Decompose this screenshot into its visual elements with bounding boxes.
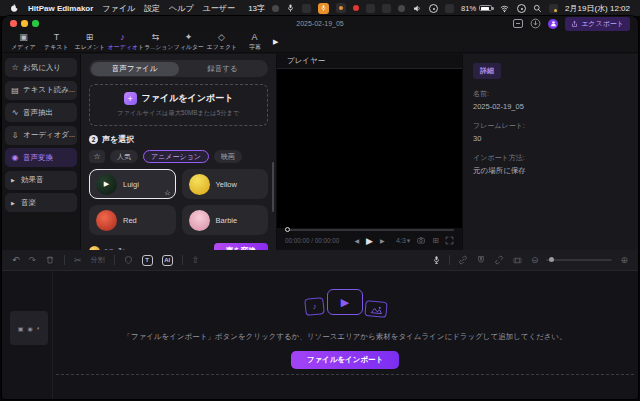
voice-card-yellow[interactable]: Yellow: [182, 169, 269, 199]
feedback-icon[interactable]: [513, 19, 523, 28]
close-window-button[interactable]: [10, 20, 17, 27]
transition-icon: ⇆: [152, 33, 160, 42]
sidebar-item-favorites[interactable]: ☆お気に入り: [5, 58, 77, 77]
zoom-in-icon[interactable]: ⊕: [620, 256, 628, 265]
zoom-window-button[interactable]: [32, 20, 39, 27]
voice-card-barbie[interactable]: Barbie: [182, 205, 269, 235]
volume-icon[interactable]: [412, 4, 422, 13]
zoom-out-icon[interactable]: ⊖: [531, 256, 539, 265]
timeline-zoom-slider[interactable]: [546, 259, 612, 261]
apple-menu-icon[interactable]: [10, 3, 19, 13]
tab-elements[interactable]: ⊞エレメント: [73, 33, 106, 50]
add-text-icon[interactable]: T: [142, 255, 153, 266]
tab-filter[interactable]: ✦フィルター: [172, 33, 205, 50]
undo-icon[interactable]: ↶: [12, 256, 20, 265]
step-label: 声を選択: [102, 134, 134, 145]
sidebar-item-voice-changer[interactable]: ◉音声変換: [5, 148, 77, 167]
screen-record-icon[interactable]: [336, 3, 346, 13]
user-avatar[interactable]: [548, 19, 558, 29]
panel-scrollbar[interactable]: [272, 162, 274, 212]
fullscreen-icon[interactable]: [445, 236, 454, 245]
wifi-icon[interactable]: [499, 4, 510, 13]
player-panel: プレイヤー 00:00:00 / 00:00:00 ◀ ▶ ▶ 4:3 ▾: [276, 54, 462, 250]
sidebar-item-voice-extract[interactable]: ∿音声抽出: [5, 103, 77, 122]
shield-icon[interactable]: [124, 255, 133, 265]
tag-movie[interactable]: 映画: [214, 150, 242, 163]
expand-tabs-icon[interactable]: ▶: [273, 38, 278, 46]
status-circle-icon[interactable]: [272, 5, 279, 12]
player-controls: 00:00:00 / 00:00:00 ◀ ▶ ▶ 4:3 ▾ ⊞: [277, 228, 462, 250]
voice-changer-icon: ◉: [11, 153, 19, 162]
record-voiceover-icon[interactable]: [432, 255, 441, 265]
menu-help[interactable]: ヘルプ: [169, 3, 194, 14]
display-status-icon[interactable]: [302, 4, 311, 13]
minimize-window-button[interactable]: [21, 20, 28, 27]
link-icon[interactable]: [458, 255, 468, 265]
sidebar-item-music[interactable]: ▶音楽: [5, 193, 77, 212]
effects-icon: ◇: [218, 33, 225, 42]
menu-user[interactable]: ユーザー: [203, 3, 235, 14]
split-icon[interactable]: ✂: [74, 256, 82, 265]
voice-card-red[interactable]: Red: [89, 205, 176, 235]
previous-frame-button[interactable]: ◀: [354, 237, 359, 244]
record-dot-icon[interactable]: [353, 5, 359, 11]
import-dropzone[interactable]: + ファイルをインポート ファイルサイズは最大50MBまたは5分まで: [89, 84, 268, 126]
tab-transition[interactable]: ⇆トラ...ション: [139, 33, 172, 50]
tab-record[interactable]: 録音する: [179, 62, 267, 76]
aspect-ratio-select[interactable]: 4:3 ▾: [396, 237, 410, 245]
unlink-icon[interactable]: [494, 255, 504, 265]
menu-settings[interactable]: 設定: [144, 3, 160, 14]
delete-icon[interactable]: [45, 255, 55, 265]
avatar: [189, 210, 210, 231]
grid-icon[interactable]: ⊞: [432, 236, 439, 245]
upload-box-icon[interactable]: ⇧: [192, 256, 200, 265]
zoom-slider-handle[interactable]: [549, 257, 554, 262]
tag-popular[interactable]: 人気: [110, 150, 138, 163]
timer-icon[interactable]: [429, 4, 438, 13]
weather-status[interactable]: 13字: [248, 3, 265, 14]
sidebar-item-text-to-speech[interactable]: ▤テキスト読み...: [5, 81, 77, 100]
snapshot-icon[interactable]: [416, 236, 426, 245]
tab-subtitle[interactable]: A字幕: [238, 33, 271, 50]
battery-indicator[interactable]: 81%: [461, 4, 492, 13]
track-volume-icon[interactable]: ◐: [37, 325, 41, 331]
tag-animation[interactable]: アニメーション: [143, 150, 209, 163]
menubar-clock[interactable]: 2月19日(水) 12:02: [565, 3, 630, 14]
play-icon[interactable]: ▶: [96, 174, 117, 195]
sidebar-item-audio-download[interactable]: ⇩オーディオダ...: [5, 126, 77, 145]
tab-audio[interactable]: ♪オーディオ: [106, 33, 139, 50]
tab-effects[interactable]: ◇エフェクト: [205, 33, 238, 50]
tab-details[interactable]: 詳細: [473, 63, 501, 79]
track-lock-icon[interactable]: ▣: [18, 325, 24, 332]
active-mic-icon[interactable]: [318, 3, 329, 14]
timeline-import-button[interactable]: ファイルをインポート: [291, 351, 400, 369]
input-source-icon[interactable]: [549, 4, 558, 13]
filmstrip-icon[interactable]: [512, 256, 523, 265]
video-preview[interactable]: [277, 69, 462, 228]
favorites-filter-button[interactable]: ☆: [89, 150, 105, 163]
control-center-icon[interactable]: [517, 4, 526, 13]
redo-icon[interactable]: ↷: [29, 256, 37, 265]
app-status-icon-2[interactable]: [382, 4, 391, 13]
track-visibility-icon[interactable]: ◉: [27, 325, 32, 332]
tab-audio-file[interactable]: 音声ファイル: [91, 62, 179, 76]
tab-media[interactable]: ▣メディア: [7, 33, 40, 50]
elements-icon: ⊞: [86, 33, 94, 42]
tab-text[interactable]: Tテキスト: [40, 33, 73, 50]
dim-status-icon[interactable]: [398, 5, 405, 12]
sidebar-item-sound-effects[interactable]: ▶効果音: [5, 171, 77, 190]
ai-subtitle-icon[interactable]: AI: [162, 255, 173, 266]
mic-status-icon[interactable]: [286, 3, 295, 13]
next-frame-button[interactable]: ▶: [380, 237, 385, 244]
magnet-icon[interactable]: [476, 255, 486, 265]
app-status-icon-1[interactable]: [366, 4, 375, 13]
search-icon[interactable]: [533, 4, 542, 13]
menubar-app-name[interactable]: HitPaw Edimakor: [28, 4, 93, 13]
menu-file[interactable]: ファイル: [102, 3, 135, 14]
play-button[interactable]: ▶: [366, 236, 373, 246]
stream-app-icon[interactable]: [445, 4, 454, 13]
download-icon[interactable]: [530, 18, 541, 29]
voice-card-luigi[interactable]: ▶ Luigi ☆: [89, 169, 176, 199]
favorite-star-icon[interactable]: ☆: [164, 189, 170, 197]
export-button[interactable]: エクスポート: [565, 17, 630, 31]
